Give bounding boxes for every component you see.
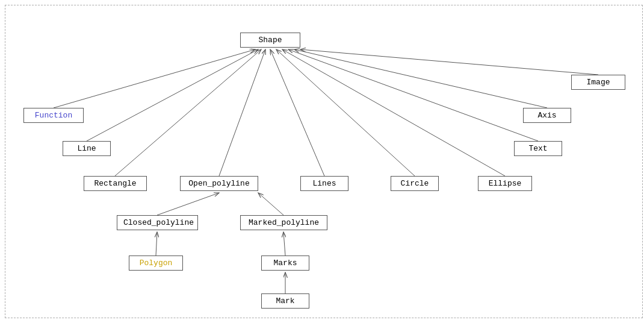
arrows-svg [5,5,642,318]
node-polygon: Polygon [129,256,183,271]
svg-line-2 [115,49,261,176]
node-image: Image [571,75,625,90]
diagram-container: Shape Image Axis Text Function Line Rect… [5,5,643,318]
svg-line-7 [288,49,538,141]
svg-line-5 [276,49,415,176]
node-circle: Circle [391,176,439,191]
svg-line-9 [300,49,598,75]
svg-line-12 [156,232,157,256]
node-line: Line [63,141,111,156]
diagram-wrapper: Graph.h [0,5,644,323]
node-shape: Shape [240,33,300,48]
node-axis: Axis [523,108,571,123]
node-marks: Marks [261,256,309,271]
svg-line-13 [283,232,285,256]
svg-line-8 [294,49,547,108]
node-ellipse: Ellipse [478,176,532,191]
svg-line-3 [219,49,265,176]
svg-line-1 [87,49,258,141]
node-closed-polyline: Closed_polyline [117,215,198,230]
node-open-polyline: Open_polyline [180,176,258,191]
svg-line-0 [54,49,255,108]
svg-line-11 [258,193,283,215]
node-rectangle: Rectangle [84,176,147,191]
svg-line-10 [157,193,219,215]
node-marked-polyline: Marked_polyline [240,215,327,230]
node-mark: Mark [261,293,309,309]
node-text: Text [514,141,562,156]
node-lines: Lines [300,176,348,191]
svg-line-6 [282,49,505,176]
node-function: Function [23,108,84,123]
svg-line-4 [270,49,324,176]
